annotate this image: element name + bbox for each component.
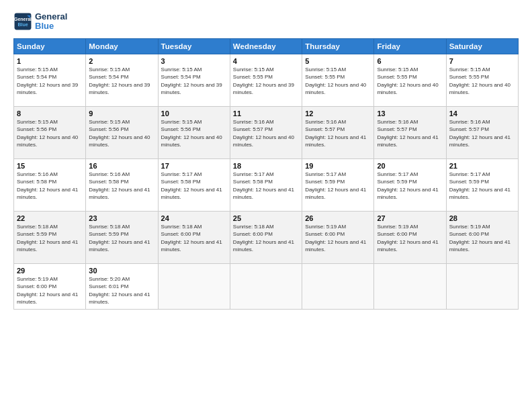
day-number: 19 [305,162,371,170]
day-cell: 5 Sunrise: 5:15 AM Sunset: 5:55 PM Dayli… [302,54,374,106]
page-header: General Blue General Blue [13,12,519,32]
calendar-header-row: SundayMondayTuesdayWednesdayThursdayFrid… [14,38,519,54]
week-row-5: 29 Sunrise: 5:19 AM Sunset: 6:00 PM Dayl… [14,263,519,309]
day-number: 15 [17,162,83,170]
day-cell: 28 Sunrise: 5:19 AM Sunset: 6:00 PM Dayl… [446,211,518,263]
day-info: Sunrise: 5:20 AM Sunset: 6:01 PM Dayligh… [89,275,154,306]
day-number: 17 [161,162,227,170]
day-number: 20 [377,162,443,170]
column-header-monday: Monday [86,38,158,54]
column-header-friday: Friday [374,38,446,54]
column-header-thursday: Thursday [302,38,374,54]
day-cell: 12 Sunrise: 5:16 AM Sunset: 5:57 PM Dayl… [302,106,374,158]
day-number: 4 [233,57,299,65]
day-info: Sunrise: 5:15 AM Sunset: 5:55 PM Dayligh… [449,66,515,97]
day-number: 1 [17,57,83,65]
day-number: 26 [305,214,371,222]
day-number: 24 [161,214,227,222]
day-number: 13 [377,109,443,118]
day-info: Sunrise: 5:16 AM Sunset: 5:57 PM Dayligh… [449,118,515,149]
day-info: Sunrise: 5:15 AM Sunset: 5:55 PM Dayligh… [305,66,371,97]
day-info: Sunrise: 5:15 AM Sunset: 5:54 PM Dayligh… [161,66,227,97]
day-info: Sunrise: 5:18 AM Sunset: 5:59 PM Dayligh… [17,223,83,254]
day-info: Sunrise: 5:15 AM Sunset: 5:56 PM Dayligh… [17,118,83,149]
week-row-4: 22 Sunrise: 5:18 AM Sunset: 5:59 PM Dayl… [14,211,519,263]
day-info: Sunrise: 5:16 AM Sunset: 5:58 PM Dayligh… [89,171,154,201]
calendar-table: SundayMondayTuesdayWednesdayThursdayFrid… [13,38,519,310]
day-info: Sunrise: 5:15 AM Sunset: 5:56 PM Dayligh… [161,118,227,149]
day-info: Sunrise: 5:18 AM Sunset: 6:00 PM Dayligh… [233,223,299,254]
day-info: Sunrise: 5:15 AM Sunset: 5:54 PM Dayligh… [89,66,154,97]
day-number: 7 [449,57,515,65]
day-cell: 26 Sunrise: 5:19 AM Sunset: 6:00 PM Dayl… [302,211,374,263]
column-header-sunday: Sunday [14,38,86,54]
day-number: 11 [233,109,299,118]
day-info: Sunrise: 5:16 AM Sunset: 5:57 PM Dayligh… [305,118,371,149]
day-cell: 30 Sunrise: 5:20 AM Sunset: 6:01 PM Dayl… [86,263,158,309]
day-number: 21 [449,162,515,170]
day-cell: 10 Sunrise: 5:15 AM Sunset: 5:56 PM Dayl… [158,106,230,158]
day-number: 10 [161,109,227,118]
day-number: 25 [233,214,299,222]
day-number: 14 [449,109,515,118]
day-number: 8 [17,109,83,118]
day-info: Sunrise: 5:15 AM Sunset: 5:55 PM Dayligh… [377,66,443,97]
column-header-wednesday: Wednesday [230,38,302,54]
svg-text:General: General [14,17,32,22]
day-number: 23 [89,214,154,222]
day-cell: 4 Sunrise: 5:15 AM Sunset: 5:55 PM Dayli… [230,54,302,106]
day-cell: 23 Sunrise: 5:18 AM Sunset: 5:59 PM Dayl… [86,211,158,263]
day-cell: 18 Sunrise: 5:17 AM Sunset: 5:58 PM Dayl… [230,158,302,211]
day-cell: 22 Sunrise: 5:18 AM Sunset: 5:59 PM Dayl… [14,211,86,263]
day-cell: 25 Sunrise: 5:18 AM Sunset: 6:00 PM Dayl… [230,211,302,263]
day-cell: 29 Sunrise: 5:19 AM Sunset: 6:00 PM Dayl… [14,263,86,309]
day-cell: 11 Sunrise: 5:16 AM Sunset: 5:57 PM Dayl… [230,106,302,158]
svg-text:Blue: Blue [17,22,28,27]
day-cell [374,263,446,309]
day-cell: 19 Sunrise: 5:17 AM Sunset: 5:59 PM Dayl… [302,158,374,211]
day-info: Sunrise: 5:18 AM Sunset: 5:59 PM Dayligh… [89,223,154,254]
day-cell: 3 Sunrise: 5:15 AM Sunset: 5:54 PM Dayli… [158,54,230,106]
day-info: Sunrise: 5:17 AM Sunset: 5:59 PM Dayligh… [377,171,443,201]
week-row-2: 8 Sunrise: 5:15 AM Sunset: 5:56 PM Dayli… [14,106,519,158]
day-number: 16 [89,162,154,170]
day-info: Sunrise: 5:17 AM Sunset: 5:59 PM Dayligh… [449,171,515,201]
column-header-saturday: Saturday [446,38,518,54]
day-info: Sunrise: 5:19 AM Sunset: 6:00 PM Dayligh… [449,223,515,254]
day-info: Sunrise: 5:15 AM Sunset: 5:55 PM Dayligh… [233,66,299,97]
day-number: 5 [305,57,371,65]
day-info: Sunrise: 5:16 AM Sunset: 5:58 PM Dayligh… [17,171,83,201]
day-number: 3 [161,57,227,65]
day-cell: 15 Sunrise: 5:16 AM Sunset: 5:58 PM Dayl… [14,158,86,211]
day-number: 28 [449,214,515,222]
day-cell: 2 Sunrise: 5:15 AM Sunset: 5:54 PM Dayli… [86,54,158,106]
week-row-3: 15 Sunrise: 5:16 AM Sunset: 5:58 PM Dayl… [14,158,519,211]
day-cell: 14 Sunrise: 5:16 AM Sunset: 5:57 PM Dayl… [446,106,518,158]
day-cell [230,263,302,309]
day-cell [302,263,374,309]
day-info: Sunrise: 5:19 AM Sunset: 6:00 PM Dayligh… [377,223,443,254]
day-number: 2 [89,57,154,65]
calendar-page: General Blue General Blue SundayMondayTu… [0,0,532,411]
day-cell: 8 Sunrise: 5:15 AM Sunset: 5:56 PM Dayli… [14,106,86,158]
day-info: Sunrise: 5:17 AM Sunset: 5:58 PM Dayligh… [233,171,299,201]
day-info: Sunrise: 5:15 AM Sunset: 5:54 PM Dayligh… [17,66,83,97]
day-number: 12 [305,109,371,118]
day-number: 22 [17,214,83,222]
day-cell: 1 Sunrise: 5:15 AM Sunset: 5:54 PM Dayli… [14,54,86,106]
day-cell: 17 Sunrise: 5:17 AM Sunset: 5:58 PM Dayl… [158,158,230,211]
day-info: Sunrise: 5:19 AM Sunset: 6:00 PM Dayligh… [305,223,371,254]
day-cell: 27 Sunrise: 5:19 AM Sunset: 6:00 PM Dayl… [374,211,446,263]
day-cell: 6 Sunrise: 5:15 AM Sunset: 5:55 PM Dayli… [374,54,446,106]
day-cell [446,263,518,309]
day-info: Sunrise: 5:19 AM Sunset: 6:00 PM Dayligh… [17,275,83,306]
day-cell: 9 Sunrise: 5:15 AM Sunset: 5:56 PM Dayli… [86,106,158,158]
day-number: 6 [377,57,443,65]
day-info: Sunrise: 5:15 AM Sunset: 5:56 PM Dayligh… [89,118,154,149]
day-info: Sunrise: 5:16 AM Sunset: 5:57 PM Dayligh… [377,118,443,149]
day-info: Sunrise: 5:17 AM Sunset: 5:59 PM Dayligh… [305,171,371,201]
day-cell: 21 Sunrise: 5:17 AM Sunset: 5:59 PM Dayl… [446,158,518,211]
column-header-tuesday: Tuesday [158,38,230,54]
day-number: 18 [233,162,299,170]
day-cell: 24 Sunrise: 5:18 AM Sunset: 6:00 PM Dayl… [158,211,230,263]
